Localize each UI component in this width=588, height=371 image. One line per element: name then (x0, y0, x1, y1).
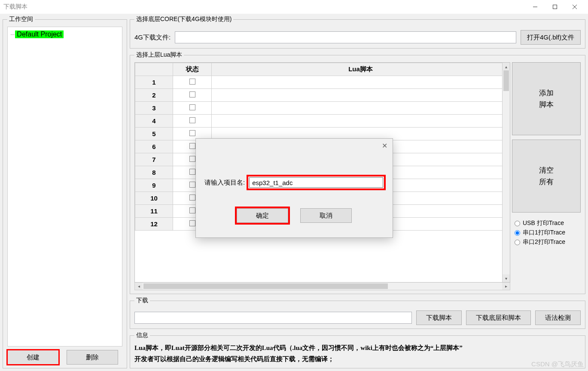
row-index: 2 (135, 89, 173, 102)
row-status-cell[interactable] (173, 102, 212, 115)
tree-connector: ···· (10, 31, 14, 37)
radio-serial2-trace[interactable]: 串口2打印Trace (515, 238, 581, 246)
download-legend: 下载 (134, 297, 150, 304)
row-status-cell[interactable] (173, 76, 212, 89)
row-script-cell[interactable] (212, 89, 510, 102)
row-index: 4 (135, 115, 173, 128)
window-title: 下载脚本 (3, 3, 27, 11)
radio-usb-trace[interactable]: USB 打印Trace (515, 219, 581, 227)
lua-legend: 选择上层Lua脚本 (134, 51, 184, 59)
download-path-input[interactable] (134, 312, 412, 324)
table-row[interactable]: 3 (135, 102, 510, 115)
row-status-cell[interactable] (173, 89, 212, 102)
checkbox-icon[interactable] (189, 104, 195, 110)
titlebar: 下载脚本 (0, 0, 588, 14)
project-tree[interactable]: ···· Default Project (7, 27, 122, 347)
checkbox-icon[interactable] (189, 79, 195, 85)
scroll-up-icon[interactable]: ▴ (503, 63, 510, 70)
row-index: 5 (135, 128, 173, 140)
clear-all-button[interactable]: 清空 所有 (512, 140, 581, 213)
scroll-left-icon[interactable]: ◂ (135, 283, 143, 290)
row-script-cell[interactable] (212, 76, 510, 89)
download-group: 下载 下载脚本 下载底层和脚本 语法检测 (130, 297, 585, 329)
checkbox-icon[interactable] (189, 143, 195, 149)
row-index: 9 (135, 179, 173, 192)
row-index: 1 (135, 76, 173, 89)
row-index: 8 (135, 166, 173, 179)
trace-radio-group: USB 打印Trace 串口1打印Trace 串口2打印Trace (512, 219, 581, 246)
row-index: 11 (135, 205, 173, 218)
svg-rect-1 (553, 5, 557, 9)
project-label[interactable]: Default Project (15, 30, 64, 38)
info-text: Lua脚本，即Luat开源部分相关可二次开发的Lua代码（.lua文件，因习惯不… (134, 343, 581, 365)
checkbox-icon[interactable] (189, 207, 195, 213)
row-script-cell[interactable] (212, 102, 510, 115)
scroll-right-icon[interactable]: ▸ (502, 283, 510, 290)
maximize-button[interactable] (545, 0, 565, 14)
core-group: 选择底层CORE(下载4G模块时使用) 4G下载文件: 打开4G(.blf)文件 (130, 15, 585, 49)
delete-button[interactable]: 删除 (67, 350, 118, 365)
workspace-group: 工作空间 ···· Default Project 创建 删除 (3, 15, 127, 368)
download-core-script-button[interactable]: 下载底层和脚本 (466, 310, 531, 325)
checkbox-icon[interactable] (189, 169, 195, 175)
project-name-dialog: ✕ 请输入项目名: 确定 取消 (195, 138, 393, 238)
vertical-scrollbar[interactable]: ▴ ▾ (502, 63, 510, 282)
core-file-label: 4G下载文件: (134, 33, 171, 42)
radio-serial1-trace[interactable]: 串口1打印Trace (515, 229, 581, 237)
row-index: 6 (135, 140, 173, 153)
col-header-empty (135, 63, 173, 76)
row-index: 12 (135, 218, 173, 231)
create-button[interactable]: 创建 (7, 350, 59, 365)
dialog-cancel-button[interactable]: 取消 (300, 208, 352, 223)
table-row[interactable]: 2 (135, 89, 510, 102)
core-legend: 选择底层CORE(下载4G模块时使用) (134, 15, 233, 23)
table-row[interactable]: 4 (135, 115, 510, 128)
core-file-input[interactable] (175, 31, 516, 43)
col-header-status: 状态 (173, 63, 212, 76)
horizontal-scrollbar[interactable]: ◂ ▸ (134, 283, 510, 290)
minimize-button[interactable] (525, 0, 545, 14)
dialog-ok-button[interactable]: 确定 (237, 208, 288, 223)
add-script-button[interactable]: 添加 脚本 (512, 62, 581, 135)
open-4g-button[interactable]: 打开4G(.blf)文件 (521, 30, 581, 45)
syntax-check-button[interactable]: 语法检测 (535, 310, 581, 325)
checkbox-icon[interactable] (189, 195, 195, 201)
info-legend: 信息 (134, 331, 150, 339)
dialog-close-icon[interactable]: ✕ (382, 142, 387, 150)
scroll-down-icon[interactable]: ▾ (503, 274, 510, 282)
row-status-cell[interactable] (173, 115, 212, 128)
close-button[interactable] (565, 0, 585, 14)
project-name-input[interactable] (249, 177, 383, 188)
info-group: 信息 Lua脚本，即Luat开源部分相关可二次开发的Lua代码（.lua文件，因… (130, 331, 585, 368)
table-row[interactable]: 1 (135, 76, 510, 89)
row-index: 3 (135, 102, 173, 115)
checkbox-icon[interactable] (189, 130, 195, 136)
dialog-label: 请输入项目名: (204, 179, 245, 187)
checkbox-icon[interactable] (189, 117, 195, 123)
checkbox-icon[interactable] (189, 91, 195, 97)
col-header-script: Lua脚本 (212, 63, 510, 76)
checkbox-icon[interactable] (189, 220, 195, 226)
row-index: 7 (135, 153, 173, 166)
workspace-legend: 工作空间 (7, 15, 35, 23)
row-script-cell[interactable] (212, 115, 510, 128)
row-index: 10 (135, 192, 173, 205)
download-script-button[interactable]: 下载脚本 (416, 310, 462, 325)
checkbox-icon[interactable] (189, 182, 195, 188)
tree-item[interactable]: ···· Default Project (10, 30, 119, 38)
checkbox-icon[interactable] (189, 156, 195, 162)
